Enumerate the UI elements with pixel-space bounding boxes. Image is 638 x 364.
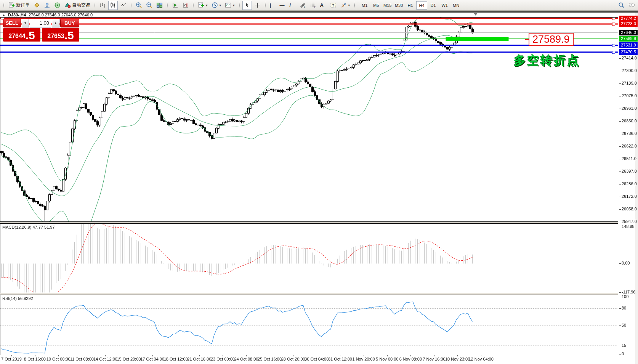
fibonacci-icon: F	[310, 2, 316, 8]
price-callout-box[interactable]: 27589.9	[529, 33, 574, 46]
buy-price-display[interactable]: 27653 .5	[42, 28, 79, 42]
volume-increase-button[interactable]: ▲	[52, 19, 59, 27]
fibonacci-button[interactable]: F	[308, 1, 318, 10]
toolbar-grip[interactable]	[353, 2, 356, 9]
crosshair-button[interactable]	[253, 1, 262, 10]
sell-price-pip: .5	[26, 30, 35, 41]
buy-price-pip: .5	[64, 30, 74, 41]
chart-shift-button[interactable]	[181, 1, 190, 10]
zoom-in-button[interactable]	[134, 1, 144, 10]
profile-icon	[44, 2, 50, 8]
timeframe-W1[interactable]: W1	[439, 1, 450, 10]
toolbar-grip[interactable]	[3, 2, 5, 9]
toolbar-grip[interactable]	[130, 2, 132, 9]
text-annotation[interactable]: 多空转折点	[514, 53, 580, 69]
tile-windows-button[interactable]	[155, 1, 164, 10]
buy-button[interactable]: BUY	[60, 19, 79, 27]
toolbar-grip[interactable]	[166, 2, 168, 9]
chart-shift-marker[interactable]	[474, 13, 478, 16]
text-label-button[interactable]: T	[329, 1, 338, 10]
timeframe-D1[interactable]: D1	[428, 1, 439, 10]
timeframe-MN[interactable]: MN	[450, 1, 462, 10]
market-button[interactable]	[32, 1, 42, 10]
bar-chart-button[interactable]	[98, 1, 107, 10]
horizontal-line-button[interactable]: —	[278, 1, 287, 10]
shapes-button[interactable]: ▾	[339, 1, 352, 10]
indicators-icon	[198, 2, 204, 8]
zoom-in-icon	[136, 2, 142, 8]
toolbar-grip[interactable]	[238, 2, 240, 9]
zoom-out-button[interactable]	[144, 1, 154, 10]
macd-axis-tick: 0.00	[622, 261, 630, 265]
price-axis-tick: 26736.0	[622, 131, 637, 136]
macd-axis-tick: 148.88	[622, 224, 635, 229]
search-icon	[618, 2, 625, 8]
search-button[interactable]	[617, 1, 626, 10]
collapse-triangle-icon[interactable]: ▲	[2, 13, 5, 17]
chat-icon	[628, 2, 635, 8]
timeframe-H1[interactable]: H1	[405, 1, 416, 10]
templates-button[interactable]: ▾	[223, 1, 236, 10]
window-separator	[0, 11, 638, 13]
indicators-button[interactable]: ▾	[196, 1, 209, 10]
new-order-button[interactable]: 新订单	[7, 1, 31, 10]
right-edge-gutter	[635, 13, 638, 364]
candlestick-icon	[110, 2, 116, 8]
volume-input[interactable]	[30, 19, 51, 27]
time-axis-label: 17 Oct 04:00	[140, 357, 164, 361]
toolbar-grip[interactable]	[264, 2, 266, 9]
line-chart-button[interactable]	[119, 1, 128, 10]
new-order-label: 新订单	[16, 2, 30, 8]
timeframe-M30[interactable]: M30	[393, 1, 404, 10]
time-axis-label: 7 Nov 16:00	[423, 357, 445, 361]
trendline-button[interactable]: /	[288, 1, 297, 10]
candlestick-chart-button[interactable]	[108, 1, 118, 10]
timeframe-M5[interactable]: M5	[370, 1, 382, 10]
text-button[interactable]: A	[319, 1, 328, 10]
toolbar-grip[interactable]	[94, 2, 96, 9]
cursor-button[interactable]	[242, 1, 252, 10]
timeframe-M1[interactable]: M1	[359, 1, 370, 10]
text-label-icon: T	[330, 2, 337, 8]
macd-axis-tick: -117.96	[622, 290, 636, 294]
auto-trading-icon	[64, 2, 71, 8]
tile-windows-icon	[156, 2, 163, 8]
dropdown-arrow-icon: ▾	[233, 3, 235, 7]
time-axis-label: 25 Oct 16:00	[258, 357, 282, 361]
chat-button[interactable]	[627, 1, 636, 10]
dropdown-arrow-icon: ▾	[206, 3, 208, 7]
equidistant-channel-button[interactable]: E	[298, 1, 308, 10]
text-icon: A	[320, 2, 324, 8]
signals-button[interactable]	[53, 1, 62, 10]
volume-decrease-button[interactable]: ▼	[22, 19, 29, 27]
clock-icon	[212, 2, 218, 8]
symbol-period-title: DJ30-,H4	[8, 13, 26, 17]
time-axis-label: 5 Nov 00:00	[376, 357, 398, 361]
time-axis-label: 30 Oct 04:00	[305, 357, 329, 361]
time-axis-label: 14 Oct 12:00	[93, 357, 117, 361]
time-axis-label: 10 Oct 00:00	[46, 357, 71, 361]
template-icon	[225, 2, 231, 8]
dropdown-arrow-icon: ▾	[220, 3, 221, 7]
vertical-line-button[interactable]: |	[268, 1, 277, 10]
rsi-axis-tick: 100	[622, 294, 628, 299]
auto-scroll-button[interactable]	[170, 1, 180, 10]
price-axis-tick: 26850.0	[622, 119, 637, 123]
sell-price-display[interactable]: 27644 .5	[3, 28, 40, 42]
time-axis-label: 8 Oct 16:00	[24, 357, 46, 361]
auto-trading-button[interactable]: 自动交易	[63, 1, 92, 10]
price-axis-tick: 26286.0	[622, 181, 637, 186]
profile-button[interactable]	[42, 1, 52, 10]
time-axis-label: 21 Oct 16:00	[187, 357, 211, 361]
horizontal-line-icon: —	[280, 2, 285, 8]
vertical-line-icon: |	[270, 2, 271, 8]
toolbar-grip[interactable]	[192, 2, 194, 9]
one-click-trading-panel: SELL ▼ ▲ BUY 27644 .5 27653 .5	[3, 19, 79, 42]
price-axis-tick: 26511.0	[622, 156, 636, 161]
sell-button[interactable]: SELL	[3, 19, 21, 27]
timeframe-M15[interactable]: M15	[382, 1, 393, 10]
periods-button[interactable]: ▾	[210, 1, 223, 10]
timeframe-H4[interactable]: H4	[416, 1, 427, 10]
buy-price-main: 27653	[47, 31, 64, 41]
new-order-icon	[8, 2, 15, 8]
